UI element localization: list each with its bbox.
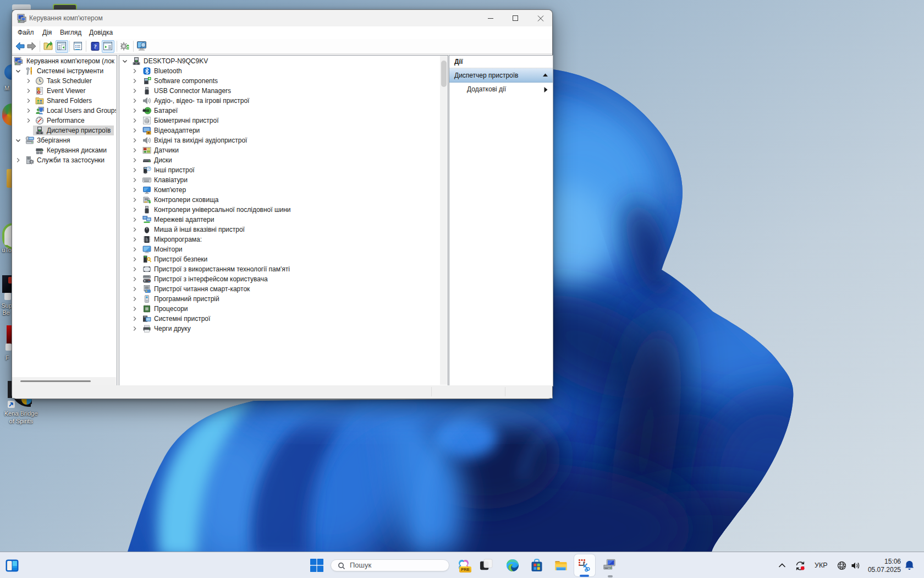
svg-text:?: ?: [94, 43, 97, 50]
svg-text:?: ?: [147, 166, 150, 171]
